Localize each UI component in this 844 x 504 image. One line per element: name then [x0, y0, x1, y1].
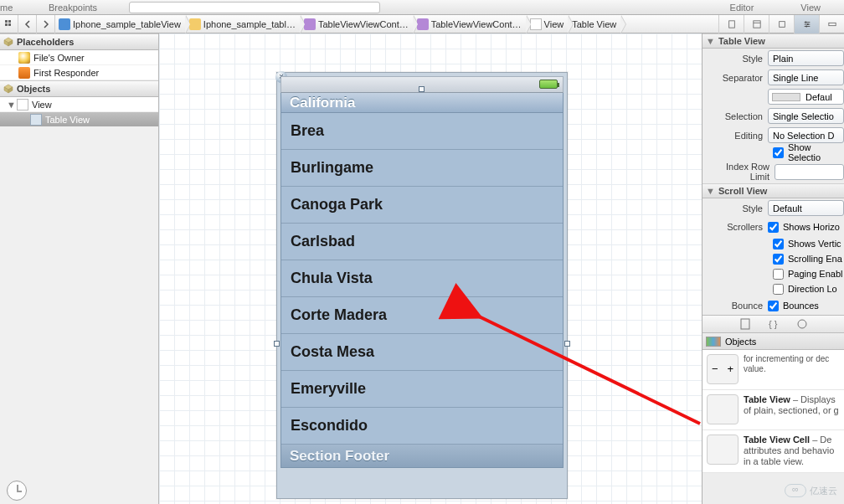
code-snippet-tab[interactable]: { }: [767, 317, 780, 331]
placeholders-header[interactable]: Placeholders: [0, 33, 158, 50]
library-item-stepper[interactable]: for incrementing or dec value.: [702, 350, 844, 390]
disclosure-triangle-icon[interactable]: ▼: [706, 186, 715, 196]
style-select[interactable]: Plain: [768, 50, 844, 66]
files-owner-item[interactable]: File's Owner: [0, 50, 158, 65]
disclosure-triangle-icon[interactable]: ▼: [7, 100, 15, 110]
project-icon: [59, 18, 70, 30]
jump-tableview-label: Table View: [572, 19, 616, 29]
placeholders-title: Placeholders: [17, 37, 74, 47]
section-footer: Section Footer: [280, 445, 564, 468]
cloud-icon: [785, 484, 806, 497]
scrollers-label: Scrollers: [706, 222, 768, 232]
jump-project[interactable]: Iphone_sample_tableView: [55, 15, 186, 33]
svg-rect-3: [8, 23, 11, 26]
index-row-limit-field[interactable]: [775, 164, 844, 180]
tab-breakpoints[interactable]: Breakpoints: [25, 3, 121, 13]
cell-icon: [707, 435, 738, 465]
related-items-button[interactable]: [0, 15, 18, 33]
jump-view[interactable]: View: [527, 15, 569, 33]
direction-lock-checkbox[interactable]: [773, 284, 784, 295]
svg-rect-14: [828, 23, 835, 25]
jump-tableview[interactable]: Table View: [569, 15, 621, 33]
jump-project-label: Iphone_sample_tableView: [73, 19, 181, 29]
editing-label: Editing: [706, 131, 768, 141]
selection-select[interactable]: Single Selectio: [768, 108, 844, 124]
forward-button[interactable]: [37, 15, 55, 33]
size-inspector-tab[interactable]: [819, 15, 844, 33]
svg-rect-0: [5, 20, 8, 23]
editing-select[interactable]: No Selection D: [768, 127, 844, 143]
bounces-checkbox[interactable]: [768, 301, 779, 311]
shows-vert-checkbox[interactable]: [773, 239, 784, 249]
paging-enabled-checkbox[interactable]: [773, 269, 784, 280]
svg-rect-5: [753, 20, 759, 27]
battery-icon: [539, 80, 558, 89]
watermark: 亿速云: [785, 484, 837, 497]
tableview-icon: [707, 394, 738, 424]
interface-builder-canvas[interactable]: × California Brea Burlingame Canoga Park…: [159, 33, 702, 504]
object-library-header[interactable]: Objects: [702, 333, 844, 350]
sv-style-select[interactable]: Default: [768, 200, 844, 216]
object-library-list: for incrementing or dec value. Table Vie…: [702, 350, 844, 473]
jump-file1[interactable]: TableViewViewCont…: [301, 15, 414, 33]
tableview-icon: [30, 114, 42, 126]
color-label: Defaul: [805, 92, 832, 102]
separator-label: Separator: [706, 73, 768, 83]
jump-file2[interactable]: TableViewViewCont…: [414, 15, 527, 33]
file-template-tab[interactable]: [738, 317, 752, 331]
tab-editor[interactable]: Editor: [707, 3, 778, 13]
search-field[interactable]: [129, 2, 380, 13]
table-row[interactable]: Brea: [281, 113, 563, 150]
jump-file2-label: TableViewViewCont…: [431, 19, 522, 29]
table-row[interactable]: Chula Vista: [281, 260, 563, 297]
outline-tableview-label: Table View: [45, 115, 90, 125]
outline-view-item[interactable]: ▼View: [0, 97, 158, 112]
disclosure-triangle-icon[interactable]: ▼: [706, 36, 715, 46]
first-responder-label: First Responder: [33, 68, 99, 78]
table-row[interactable]: Escondido: [281, 408, 563, 445]
bounces-label: Bounces: [783, 301, 819, 311]
separator-select[interactable]: Single Line: [768, 69, 844, 85]
scrollview-inspector-header[interactable]: ▼Scroll View: [702, 183, 844, 198]
table-row[interactable]: Costa Mesa: [281, 334, 563, 371]
timeline-clock-icon[interactable]: [7, 481, 27, 501]
xib-icon: [417, 18, 429, 30]
table-row[interactable]: Carlsbad: [281, 224, 563, 260]
quick-help-tab[interactable]: [744, 15, 769, 33]
outline-tableview-item[interactable]: Table View: [0, 112, 158, 127]
objects-header[interactable]: Objects: [0, 80, 158, 97]
table-row[interactable]: Canoga Park: [281, 187, 563, 224]
table-row[interactable]: Emeryville: [281, 371, 563, 408]
folder-icon: [189, 18, 201, 30]
tab-view[interactable]: View: [777, 3, 844, 13]
selection-handle[interactable]: [564, 341, 570, 347]
attributes-inspector-tab[interactable]: [794, 15, 819, 33]
first-responder-item[interactable]: First Responder: [0, 65, 158, 80]
shows-horiz-checkbox[interactable]: [768, 222, 779, 233]
jump-folder[interactable]: Iphone_sample_tabl…: [186, 15, 301, 33]
library-item-tableviewcell[interactable]: Table View Cell – De attributes and beha…: [702, 430, 844, 473]
inspector-panel: ▼Table View StylePlain SeparatorSingle L…: [702, 33, 844, 504]
cube-icon: [3, 37, 13, 47]
section-header: California: [280, 93, 564, 113]
library-tab-strip: { }: [702, 315, 844, 333]
identity-inspector-tab[interactable]: [769, 15, 794, 33]
library-item-tableview[interactable]: Table View – Displays of plain, sectione…: [702, 390, 844, 430]
separator-color-well[interactable]: Defaul: [768, 89, 844, 105]
selection-handle[interactable]: [274, 341, 280, 347]
tableview-inspector-header[interactable]: ▼Table View: [702, 33, 844, 49]
back-button[interactable]: [18, 15, 37, 33]
selection-handle[interactable]: [419, 86, 425, 92]
jump-view-label: View: [544, 19, 564, 29]
table-row[interactable]: Corte Madera: [281, 297, 563, 334]
simulated-device-view[interactable]: × California Brea Burlingame Canoga Park…: [276, 72, 568, 499]
object-library-tab[interactable]: [795, 317, 809, 331]
file-inspector-tab[interactable]: [718, 15, 744, 33]
sv-style-label: Style: [706, 203, 768, 213]
stepper-desc: for incrementing or dec value.: [744, 354, 840, 384]
scrolling-enabled-checkbox[interactable]: [773, 254, 784, 265]
color-swatch: [772, 93, 800, 101]
svg-text:{ }: { }: [769, 319, 778, 329]
show-selection-checkbox[interactable]: [773, 147, 784, 158]
table-row[interactable]: Burlingame: [281, 150, 563, 187]
